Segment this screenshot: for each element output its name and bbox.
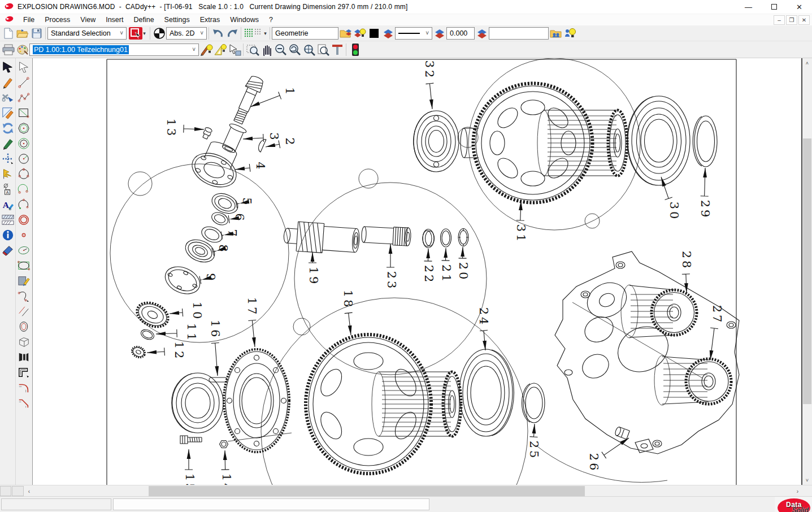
tsquare-icon[interactable] bbox=[330, 43, 344, 57]
circle-radius-icon[interactable] bbox=[16, 151, 31, 166]
green-pen-icon[interactable] bbox=[1, 136, 15, 151]
contour-offset-icon[interactable] bbox=[16, 365, 31, 380]
spline-icon[interactable] bbox=[16, 288, 31, 303]
zoom-page-icon[interactable] bbox=[316, 43, 330, 57]
menu-file[interactable]: File bbox=[18, 15, 40, 24]
sketch-flag-icon[interactable] bbox=[1, 105, 15, 120]
menu-windows[interactable]: Windows bbox=[225, 15, 264, 24]
scroll-up-icon[interactable]: ˄ bbox=[802, 58, 812, 68]
traffic-light-icon[interactable] bbox=[348, 43, 362, 57]
svg-text:6: 6 bbox=[233, 213, 246, 223]
palette-icon[interactable] bbox=[15, 43, 29, 57]
redo-icon[interactable] bbox=[225, 27, 239, 40]
menu-insert[interactable]: Insert bbox=[101, 15, 128, 24]
pan-hand-icon[interactable] bbox=[259, 43, 273, 57]
color-swatch-black[interactable] bbox=[367, 27, 381, 40]
minimize-button[interactable]: — bbox=[736, 0, 761, 14]
zoom-window-icon[interactable] bbox=[245, 43, 259, 57]
egg-shape-icon[interactable] bbox=[16, 319, 31, 334]
chamfer-icon[interactable] bbox=[16, 395, 31, 410]
image-pen-icon[interactable] bbox=[16, 273, 31, 288]
attribute-field[interactable] bbox=[489, 27, 549, 40]
dimension-icon[interactable]: A bbox=[1, 181, 15, 197]
layer-name-field[interactable] bbox=[272, 27, 338, 40]
ellipse-box-icon[interactable] bbox=[16, 258, 31, 273]
layer-folder-icon[interactable] bbox=[338, 27, 353, 40]
group-folder-icon[interactable] bbox=[549, 27, 563, 40]
zoom-refresh-icon[interactable] bbox=[288, 43, 302, 57]
menu-settings[interactable]: Settings bbox=[159, 15, 195, 24]
info-icon[interactable] bbox=[1, 227, 15, 242]
white-arrow-icon[interactable] bbox=[16, 59, 31, 75]
line-icon[interactable] bbox=[16, 75, 31, 90]
horizontal-scroll-thumb[interactable] bbox=[149, 486, 585, 496]
pen-light-icon[interactable] bbox=[199, 43, 213, 57]
undo-icon[interactable] bbox=[211, 27, 225, 40]
vertical-scrollbar[interactable]: ˄ ˅ bbox=[802, 58, 812, 485]
polygon-icon[interactable] bbox=[16, 120, 31, 136]
layer-line-icon[interactable] bbox=[432, 27, 446, 40]
selection-mode-combo[interactable]: Standard Selection ˅ bbox=[47, 27, 127, 40]
scroll-right-icon[interactable]: › bbox=[793, 485, 802, 497]
parallel-lines-icon[interactable] bbox=[16, 303, 31, 319]
mdi-close-button[interactable]: ✕ bbox=[798, 15, 810, 25]
active-drawing-combo[interactable]: PD 1.00:1.00 Teilzeichnung01 ˅ bbox=[29, 44, 199, 56]
snap-cross-icon[interactable] bbox=[1, 151, 15, 166]
origin-circle-icon[interactable] bbox=[152, 27, 166, 40]
hatch-icon[interactable] bbox=[1, 212, 15, 227]
scroll-down-icon[interactable]: ˅ bbox=[802, 475, 812, 485]
open-file-icon[interactable] bbox=[15, 27, 29, 40]
select-arrow-icon[interactable] bbox=[1, 59, 15, 75]
save-icon[interactable] bbox=[29, 27, 44, 40]
box-3d-icon[interactable] bbox=[16, 334, 31, 349]
columns-icon[interactable] bbox=[16, 349, 31, 365]
new-file-icon[interactable] bbox=[1, 27, 15, 40]
arc-3point-icon[interactable] bbox=[16, 197, 31, 212]
horizontal-scrollbar[interactable]: ‹ › bbox=[0, 485, 812, 496]
zoom-out-icon[interactable] bbox=[273, 43, 288, 57]
circle-points-icon[interactable] bbox=[16, 166, 31, 181]
drawing-canvas[interactable]: 1231345678910111216171819232221202425262… bbox=[33, 58, 802, 485]
eraser-icon[interactable] bbox=[1, 242, 15, 258]
pointer-save-icon[interactable] bbox=[227, 43, 241, 57]
print-icon[interactable] bbox=[1, 43, 15, 57]
menu-process[interactable]: Process bbox=[40, 15, 75, 24]
mdi-minimize-button[interactable]: – bbox=[774, 15, 785, 25]
arc-icon[interactable] bbox=[16, 181, 31, 197]
menu-extras[interactable]: Extras bbox=[195, 15, 225, 24]
mdi-restore-button[interactable]: ❐ bbox=[786, 15, 797, 25]
menu-view[interactable]: View bbox=[75, 15, 101, 24]
lightning-icon[interactable] bbox=[1, 166, 15, 181]
text-edit-icon[interactable]: Ab bbox=[1, 197, 15, 212]
pencil-icon[interactable] bbox=[1, 75, 15, 90]
maximize-button[interactable] bbox=[761, 0, 787, 14]
selection-red-icon[interactable]: ▾ bbox=[127, 27, 148, 40]
layer-visibility-icon[interactable] bbox=[353, 27, 367, 40]
setsquare-icon[interactable] bbox=[213, 43, 227, 57]
layer-assign-icon[interactable] bbox=[381, 27, 395, 40]
rectangle-icon[interactable] bbox=[16, 105, 31, 120]
zoom-all-icon[interactable] bbox=[302, 43, 316, 57]
line-width-field[interactable] bbox=[446, 27, 475, 40]
modify-tools-icon[interactable] bbox=[1, 90, 15, 105]
fillet-icon[interactable] bbox=[16, 380, 31, 395]
scroll-left-icon[interactable]: ‹ bbox=[24, 485, 34, 497]
layer-width-icon[interactable] bbox=[475, 27, 489, 40]
vertical-scroll-thumb[interactable] bbox=[803, 138, 811, 404]
grid-icon[interactable]: ▾ bbox=[243, 27, 268, 40]
coordinate-mode-combo[interactable]: Abs. 2D ˅ bbox=[166, 27, 207, 40]
part-label-1: 1 bbox=[250, 87, 297, 107]
transform-rotate-icon[interactable] bbox=[1, 120, 15, 136]
menu-define[interactable]: Define bbox=[128, 15, 159, 24]
scroll-corner-box-2 bbox=[12, 486, 24, 496]
point-icon[interactable] bbox=[16, 227, 31, 242]
polyline-icon[interactable] bbox=[16, 90, 31, 105]
octagon-circle-icon[interactable] bbox=[16, 136, 31, 151]
ellipse-freehand-icon[interactable] bbox=[16, 242, 31, 258]
part-bevel-gear bbox=[133, 298, 172, 331]
group-visibility-icon[interactable] bbox=[563, 27, 577, 40]
line-style-combo[interactable]: ˅ bbox=[395, 27, 432, 40]
donut-icon[interactable] bbox=[16, 212, 31, 227]
menu-help[interactable]: ? bbox=[264, 15, 278, 24]
close-button[interactable]: ✕ bbox=[787, 0, 812, 14]
